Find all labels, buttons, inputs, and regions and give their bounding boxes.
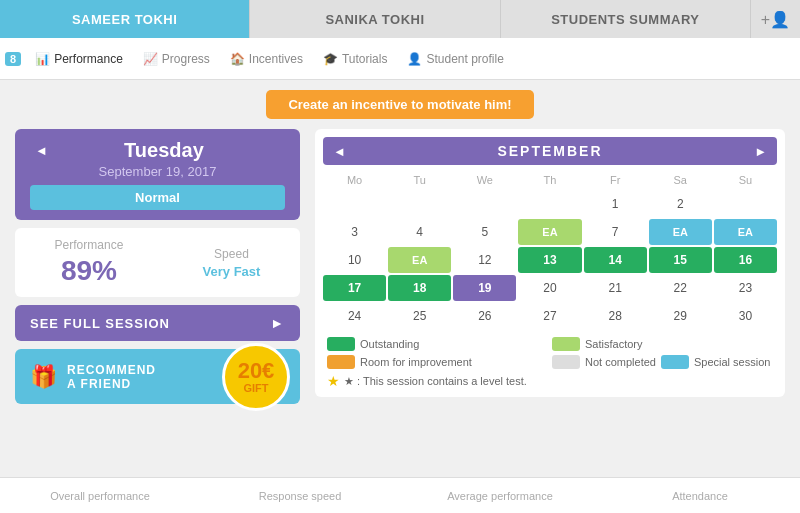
performance-stat: Performance 89% <box>55 238 124 287</box>
cal-header-th: Th <box>518 171 581 189</box>
footer-item-attendance[interactable]: Attendance <box>600 490 800 502</box>
cal-cell-16[interactable]: 16 <box>714 247 777 273</box>
legend-not-completed: Not completed Special session <box>552 355 773 369</box>
cal-cell-17[interactable]: 17 <box>323 275 386 301</box>
cal-cell-13[interactable]: 13 <box>518 247 581 273</box>
cal-header-mo: Mo <box>323 171 386 189</box>
progress-icon: 📈 <box>143 52 158 66</box>
prev-day-button[interactable]: ◄ <box>30 141 53 160</box>
nav-item-incentives[interactable]: 🏠 Incentives <box>220 52 313 66</box>
cal-cell-ea8[interactable]: EA <box>649 219 712 245</box>
next-day-button[interactable] <box>275 149 285 153</box>
cal-cell-1[interactable]: 1 <box>584 191 647 217</box>
cal-cell-ea11[interactable]: EA <box>388 247 451 273</box>
speed-stat-label: Speed <box>214 247 249 261</box>
cal-header-tu: Tu <box>388 171 451 189</box>
incentive-banner[interactable]: Create an incentive to motivate him! <box>266 90 533 119</box>
cal-cell-14[interactable]: 14 <box>584 247 647 273</box>
nav-item-performance[interactable]: 📊 Performance <box>25 52 133 66</box>
cal-cell-22[interactable]: 22 <box>649 275 712 301</box>
cal-cell-4[interactable]: 4 <box>388 219 451 245</box>
cal-cell-29[interactable]: 29 <box>649 303 712 329</box>
cal-month-label: SEPTEMBER <box>497 143 602 159</box>
speed-stat-value: Very Fast <box>203 264 261 279</box>
nav-item-tutorials[interactable]: 🎓 Tutorials <box>313 52 398 66</box>
date-nav-panel: ◄ Tuesday September 19, 2017 Normal <box>15 129 300 220</box>
performance-icon: 📊 <box>35 52 50 66</box>
add-student-button[interactable]: +👤 <box>750 0 800 38</box>
speed-stat: Speed Very Fast <box>203 238 261 287</box>
tutorials-icon: 🎓 <box>323 52 338 66</box>
recommend-line1: RECOMMEND <box>67 363 156 377</box>
calendar-legend: Outstanding Satisfactory Room for improv… <box>323 337 777 389</box>
cal-header-sa: Sa <box>649 171 712 189</box>
cal-cell-25[interactable]: 25 <box>388 303 451 329</box>
cal-cell-20[interactable]: 20 <box>518 275 581 301</box>
gift-icon: 🎁 <box>30 364 57 390</box>
stats-panel: Performance 89% Speed Very Fast <box>15 228 300 297</box>
nav-item-student-profile[interactable]: 👤 Student profile <box>397 52 513 66</box>
footer-item-overall[interactable]: Overall performance <box>0 490 200 502</box>
legend-note: ★ ★ : This session contains a level test… <box>327 373 773 389</box>
gift-label: GIFT <box>243 382 268 394</box>
cal-cell-15[interactable]: 15 <box>649 247 712 273</box>
date-full-label: September 19, 2017 <box>99 164 217 179</box>
cal-header-we: We <box>453 171 516 189</box>
table-row <box>388 191 451 217</box>
gift-amount: 20€ <box>238 360 275 382</box>
incentives-icon: 🏠 <box>230 52 245 66</box>
footer: Overall performance Response speed Avera… <box>0 477 800 513</box>
cal-cell-18[interactable]: 18 <box>388 275 451 301</box>
cal-cell-28[interactable]: 28 <box>584 303 647 329</box>
cal-cell-21[interactable]: 21 <box>584 275 647 301</box>
table-row <box>453 191 516 217</box>
cal-header-fr: Fr <box>584 171 647 189</box>
footer-item-speed[interactable]: Response speed <box>200 490 400 502</box>
cal-cell-ea6[interactable]: EA <box>518 219 581 245</box>
table-row <box>518 191 581 217</box>
cal-cell-ea9[interactable]: EA <box>714 219 777 245</box>
add-user-icon: +👤 <box>761 10 790 29</box>
see-full-session-button[interactable]: SEE FULL SESSION ► <box>15 305 300 341</box>
cal-cell-10[interactable]: 10 <box>323 247 386 273</box>
table-row <box>323 191 386 217</box>
recommend-line2: A FRIEND <box>67 377 156 391</box>
table-row <box>714 191 777 217</box>
nav-item-progress[interactable]: 📈 Progress <box>133 52 220 66</box>
tab-sameer[interactable]: SAMEER TOKHI <box>0 0 249 38</box>
cal-next-button[interactable]: ► <box>754 144 767 159</box>
performance-stat-label: Performance <box>55 238 124 252</box>
calendar-header: ◄ SEPTEMBER ► <box>323 137 777 165</box>
cal-cell-23[interactable]: 23 <box>714 275 777 301</box>
day-label: Tuesday <box>124 139 204 162</box>
student-profile-icon: 👤 <box>407 52 422 66</box>
cal-cell-5[interactable]: 5 <box>453 219 516 245</box>
cal-cell-24[interactable]: 24 <box>323 303 386 329</box>
cal-cell-12[interactable]: 12 <box>453 247 516 273</box>
cal-cell-26[interactable]: 26 <box>453 303 516 329</box>
mode-badge: Normal <box>30 185 285 210</box>
gift-circle: 20€ GIFT <box>222 343 290 411</box>
footer-item-average[interactable]: Average performance <box>400 490 600 502</box>
cal-cell-27[interactable]: 27 <box>518 303 581 329</box>
calendar-grid: Mo Tu We Th Fr Sa Su 1 2 3 <box>323 171 777 329</box>
cal-cell-30[interactable]: 30 <box>714 303 777 329</box>
cal-cell-3[interactable]: 3 <box>323 219 386 245</box>
legend-outstanding: Outstanding <box>327 337 548 351</box>
cal-cell-7[interactable]: 7 <box>584 219 647 245</box>
performance-stat-value: 89% <box>61 255 117 287</box>
tab-sanika[interactable]: SANIKA TOKHI <box>249 0 499 38</box>
cal-header-su: Su <box>714 171 777 189</box>
legend-room-improvement: Room for improvement <box>327 355 548 369</box>
cal-cell-2[interactable]: 2 <box>649 191 712 217</box>
legend-satisfactory: Satisfactory <box>552 337 773 351</box>
cal-prev-button[interactable]: ◄ <box>333 144 346 159</box>
recommend-friend-panel[interactable]: 🎁 RECOMMEND A FRIEND 20€ GIFT <box>15 349 300 404</box>
tab-summary[interactable]: STUDENTS SUMMARY <box>500 0 750 38</box>
cal-cell-19[interactable]: 19 <box>453 275 516 301</box>
calendar-panel: ◄ SEPTEMBER ► Mo Tu We Th Fr Sa Su <box>315 129 785 397</box>
arrow-right-icon: ► <box>270 315 285 331</box>
nav-badge: 8 <box>5 52 21 66</box>
